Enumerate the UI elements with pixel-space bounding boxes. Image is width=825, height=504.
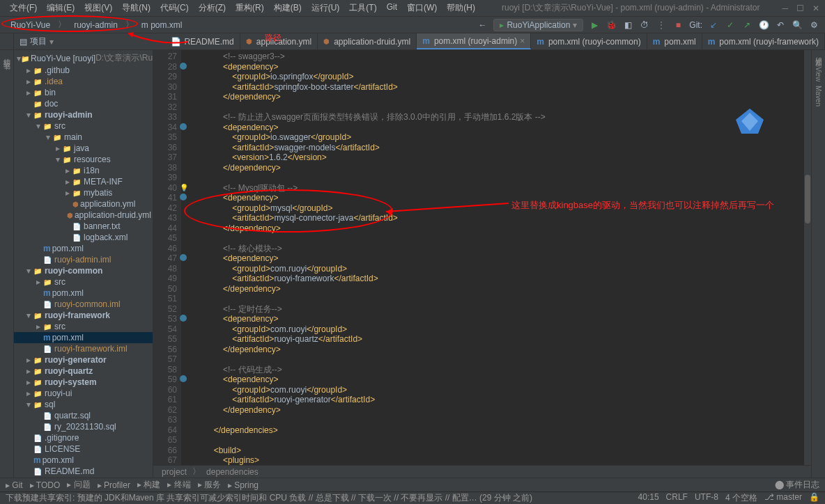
tree-node[interactable]: ▸ruoyi-ui [14,388,153,399]
editor-tab[interactable]: mpom.xml (ruoyi-common) [531,33,647,49]
tree-node[interactable]: ruoyi-admin.iml [14,254,153,265]
menu-item[interactable]: 窗口(W) [403,1,441,15]
tree-node[interactable]: ▸ruoyi-generator [14,354,153,365]
editor-scrollbar[interactable] [804,50,811,465]
tree-node[interactable]: LICENSE [14,443,153,455]
tree-node[interactable]: mpom.xml [14,455,153,466]
tree-node[interactable]: ▸bin [14,87,153,98]
editor-tab[interactable]: 📄README.md [165,33,240,49]
tool-window-button[interactable]: ▸ Spring [228,480,259,490]
git-commit-icon[interactable]: ✓ [725,19,736,31]
tool-window-button[interactable]: ▸ 终端 [167,479,190,491]
tree-node[interactable]: ▸ruoyi-quartz [14,365,153,377]
menu-item[interactable]: 工具(T) [345,1,380,15]
tool-window-button[interactable]: ▸ Profiler [98,480,130,490]
tree-node[interactable]: quartz.sql [14,410,153,421]
run-config-selector[interactable]: ▸ RuoYiApplication ▾ [493,19,583,31]
maven-tool-button[interactable]: Maven [815,86,822,107]
event-log-button[interactable]: ⬤ 事件日志 [775,479,819,491]
tree-node[interactable]: ▾ruoyi-admin [14,109,153,120]
menu-item[interactable]: 运行(U) [307,1,344,15]
code-editor[interactable]: <!-- swagger3--> <dependency> <groupId>i… [181,50,804,465]
tree-node[interactable]: ▾main [14,132,153,143]
tree-node[interactable]: ruoyi-framework.iml [14,343,153,354]
debug-button[interactable]: 🐞 [606,19,617,31]
tree-node[interactable]: logback.xml [14,232,153,243]
tree-node[interactable]: ▸ruoyi-system [14,377,153,388]
tool-window-button[interactable]: ▸ 服务 [198,479,221,491]
menu-item[interactable]: 编辑(E) [43,1,79,15]
breadcrumb-item[interactable]: RuoYi-Vue [6,19,55,31]
back-icon[interactable]: ← [477,19,488,31]
profile-button[interactable]: ⏱ [639,19,650,31]
editor-tab[interactable]: ⬢application-druid.yml [318,33,417,49]
menu-item[interactable]: 帮助(H) [442,1,479,15]
tree-node[interactable]: ▸META-INF [14,176,153,187]
line-ending[interactable]: CRLF [666,492,688,504]
stop-button[interactable]: ■ [672,19,684,31]
more-run-icon[interactable]: ⋮ [656,19,667,31]
run-button[interactable]: ▶ [589,19,600,31]
editor-tab[interactable]: mpom.xml (ruoyi-admin) × [417,33,531,49]
git-branch[interactable]: ⎇ master [764,492,802,504]
tree-node[interactable]: .gitignore [14,432,153,443]
tool-window-button[interactable]: ▸ 构建 [137,479,160,491]
tree-node[interactable]: mpom.xml [14,288,153,299]
menu-item[interactable]: 导航(N) [118,1,155,15]
tree-node[interactable]: mpom.xml [14,243,153,254]
tree-node[interactable]: ruoyi-common.iml [14,299,153,310]
minimize-icon[interactable]: ─ [782,3,788,13]
editor-crumb-item[interactable]: project [162,467,187,477]
menu-item[interactable]: 分析(Z) [194,1,230,15]
menu-item[interactable]: 视图(V) [80,1,116,15]
indent-info[interactable]: 4 个空格 [725,492,757,504]
tree-node[interactable]: mpom.xml [14,332,153,343]
tree-node[interactable]: doc [14,98,153,109]
tool-window-button[interactable]: ▸ 问题 [67,479,90,491]
tree-node[interactable]: ▾ruoyi-framework [14,310,153,321]
sciview-tool-button[interactable]: SciView [815,57,822,81]
lock-icon[interactable]: 🔒 [809,492,819,504]
tree-node[interactable]: ▸src [14,276,153,288]
editor-tab[interactable]: ⬢application.yml [240,33,318,49]
menu-item[interactable]: 文件(F) [6,1,41,15]
tree-node[interactable]: ▸i18n [14,165,153,176]
indexing-message[interactable]: 下载预建共享索引: 预建的 JDK和Maven 库 共享索引可减少索引时间和 C… [6,492,532,504]
editor-crumb-item[interactable]: dependencies [206,467,259,477]
project-tree[interactable]: ▾RuoYi-Vue [ruoyi] D:\文章演示\RuoYi-V▸.gith… [14,50,153,478]
menu-item[interactable]: 代码(C) [156,1,193,15]
tree-node[interactable]: ▸java [14,143,153,154]
menu-item[interactable]: 重构(R) [231,1,268,15]
breadcrumb-item[interactable]: ruoyi-admin [69,19,123,31]
git-rollback-icon[interactable]: ↶ [775,19,786,31]
project-tool-tab[interactable]: ▤ 项目 ▾ [14,33,59,49]
tree-node[interactable]: ▸src [14,321,153,332]
tree-node[interactable]: README.md [14,466,153,477]
git-push-icon[interactable]: ↗ [741,19,753,31]
tree-node[interactable]: ▾src [14,120,153,132]
tree-node[interactable]: ▾RuoYi-Vue [ruoyi] D:\文章演示\RuoYi-V [14,52,153,65]
editor-tab[interactable]: mpom.xml (ruoyi-framework) [702,33,825,49]
git-history-icon[interactable]: 🕐 [758,19,769,31]
tree-node[interactable]: ▸.github [14,65,153,76]
breadcrumb-item[interactable]: m pom.xml [137,19,187,31]
close-icon[interactable]: ✕ [812,3,819,13]
tool-window-button[interactable]: ▸ TODO [30,480,61,490]
caret-position[interactable]: 40:15 [638,492,659,504]
file-encoding[interactable]: UTF-8 [695,492,718,504]
tree-node[interactable]: ▾resources [14,154,153,165]
tree-node[interactable]: banner.txt [14,221,153,232]
editor-tab[interactable]: mpom.xml [647,33,702,49]
tree-node[interactable]: ▸.idea [14,76,153,87]
git-update-icon[interactable]: ↙ [708,19,719,31]
menu-item[interactable]: 构建(B) [270,1,306,15]
scrollbar-thumb[interactable] [805,175,810,223]
tree-node[interactable]: ry_20231130.sql [14,421,153,432]
tree-node[interactable]: ▾ruoyi-common [14,265,153,276]
settings-icon[interactable]: ⚙ [808,19,819,31]
tree-node[interactable]: ⬢application.yml [14,198,153,210]
tree-node[interactable]: ⬢application-druid.yml [14,210,153,221]
search-icon[interactable]: 🔍 [792,19,803,31]
tree-node[interactable]: ▸mybatis [14,187,153,198]
maximize-icon[interactable]: ☐ [796,3,804,13]
